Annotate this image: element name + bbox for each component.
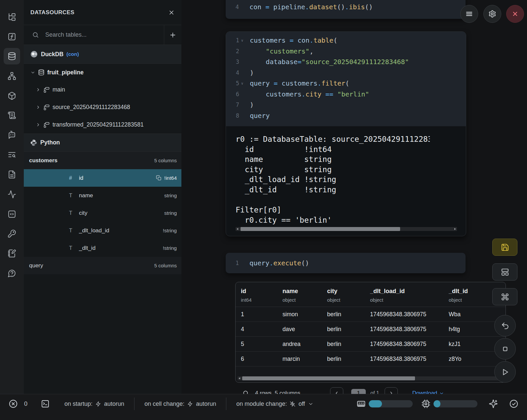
search-tables-input[interactable] <box>45 31 164 39</box>
scroll-right-icon[interactable] <box>454 228 456 230</box>
memory-usage[interactable] <box>357 399 413 408</box>
column-header[interactable]: id <box>241 288 282 295</box>
file-text-icon[interactable] <box>4 166 20 183</box>
table-item-query[interactable]: query 5 columns <box>24 257 181 274</box>
column-row-dlt-id[interactable]: T _dlt_id !string <box>24 239 181 257</box>
notebook-menu-button[interactable] <box>460 5 478 23</box>
run-button[interactable] <box>494 361 516 383</box>
tree-item-label: transformed_202504291112283581 <box>53 121 144 128</box>
network-icon[interactable] <box>4 68 20 84</box>
column-header[interactable]: _dlt_load_id <box>370 288 449 295</box>
close-icon <box>511 10 519 18</box>
bot-chat-icon[interactable] <box>4 127 20 143</box>
cpu-usage[interactable] <box>421 399 477 408</box>
keyboard-shortcuts-button[interactable] <box>492 288 517 305</box>
text-type-icon: T <box>69 193 76 199</box>
code-cell-3[interactable]: 1query.execute() <box>226 253 466 273</box>
table-row[interactable]: 4daveberlin1745968348.3806975h4tg <box>236 322 506 337</box>
divider <box>134 398 134 410</box>
table-meta: 5 columns <box>154 158 177 163</box>
box-icon[interactable] <box>4 88 20 104</box>
add-datasource-button[interactable] <box>164 25 181 45</box>
column-header[interactable]: name <box>282 288 327 295</box>
circle-x-icon <box>9 399 18 408</box>
copy-icon[interactable] <box>156 175 162 181</box>
cpu-meter <box>433 400 477 407</box>
help-circle-icon[interactable] <box>4 265 20 282</box>
database-icon[interactable] <box>4 48 20 64</box>
column-row-id[interactable]: # id !int64 <box>24 169 181 187</box>
code-cell-1[interactable]: pipeline = dlt.attach("fruit_pipeline") … <box>226 0 466 19</box>
number-type-icon: # <box>69 175 76 181</box>
undo-button[interactable] <box>494 315 516 336</box>
column-name: name <box>79 192 93 199</box>
function-square-icon[interactable] <box>4 28 20 45</box>
close-panel-icon[interactable] <box>168 9 175 16</box>
download-link[interactable]: Download <box>412 390 444 394</box>
on-startup-setting[interactable]: on startup: autorun <box>64 401 124 407</box>
panel-title: DATASOURCES <box>30 9 74 16</box>
column-row-dlt-load-id[interactable]: T _dlt_load_id !string <box>24 222 181 239</box>
datasources-panel: DATASOURCES DuckDB (con) fruit_pipeline … <box>24 0 182 394</box>
connection-status-icon[interactable] <box>509 399 518 408</box>
key-icon[interactable] <box>4 225 20 242</box>
database-icon <box>38 69 45 76</box>
table-row[interactable]: 6marcinberlin1745968348.3806975z8Yo <box>236 352 506 366</box>
table-meta: 5 columns <box>154 263 177 268</box>
layout-button[interactable] <box>492 263 517 281</box>
column-row-name[interactable]: T name string <box>24 187 181 204</box>
memory-stick-icon <box>357 399 366 408</box>
zap-icon <box>95 401 101 407</box>
notebook-pen-icon[interactable] <box>4 245 20 262</box>
page-number[interactable]: 1 <box>351 389 366 394</box>
horizontal-scrollbar[interactable] <box>236 227 457 231</box>
zap-off-icon <box>290 401 295 407</box>
scrollbar-thumb[interactable] <box>241 227 400 231</box>
scroll-left-icon[interactable] <box>239 377 240 379</box>
notebook-area: pipeline = dlt.attach("fruit_pipeline") … <box>181 0 527 394</box>
terminal-button[interactable] <box>41 399 50 408</box>
column-header[interactable]: city <box>327 288 370 295</box>
table-row[interactable]: 1simonberlin1745968348.3806975Wba <box>236 307 506 322</box>
undo-icon <box>501 322 509 330</box>
stop-button[interactable] <box>494 338 516 360</box>
on-module-change-setting[interactable]: on module change: off <box>236 401 314 407</box>
cpu-icon <box>421 399 431 408</box>
text-type-icon: T <box>69 245 76 251</box>
tree-item-schema-source[interactable]: source_202504291112283468 <box>24 98 181 116</box>
text-search-icon[interactable] <box>4 146 20 163</box>
table-name: query <box>29 262 43 269</box>
save-button[interactable] <box>492 239 517 256</box>
chevron-down-icon <box>308 401 314 407</box>
prev-page-button[interactable] <box>330 387 343 394</box>
python-section[interactable]: Python <box>24 134 181 152</box>
search-icon <box>32 31 39 38</box>
code-editor[interactable]: 1∨customers = con.table( 2∨ "customers",… <box>226 32 466 126</box>
column-type: string <box>164 193 177 199</box>
ai-assistant-button[interactable] <box>489 399 498 408</box>
activity-icon[interactable] <box>4 186 20 203</box>
scrollbar-thumb[interactable] <box>242 376 415 380</box>
row-count-label: 4 rows, 5 columns <box>255 390 300 394</box>
settings-button[interactable] <box>483 5 501 23</box>
code-square-icon[interactable] <box>4 206 20 222</box>
tree-item-schema-transformed[interactable]: transformed_202504291112283581 <box>24 116 181 134</box>
scroll-left-icon[interactable] <box>237 228 238 230</box>
shutdown-button[interactable] <box>506 5 524 23</box>
error-count: 0 <box>24 401 27 407</box>
scroll-text-icon[interactable] <box>4 107 20 124</box>
tree-item-schema-main[interactable]: main <box>24 81 181 98</box>
search-icon[interactable] <box>243 390 249 394</box>
column-row-city[interactable]: T city string <box>24 204 181 222</box>
python-logo-icon <box>30 139 37 146</box>
table-item-customers[interactable]: customers 5 columns <box>24 152 181 169</box>
file-tree-icon[interactable] <box>4 9 20 25</box>
horizontal-scrollbar[interactable] <box>238 376 504 380</box>
next-page-button[interactable] <box>385 387 398 394</box>
error-counter[interactable]: 0 <box>9 399 27 408</box>
code-cell-2[interactable]: 1∨customers = con.table( 2∨ "customers",… <box>226 31 466 236</box>
table-row[interactable]: 5andreaberlin1745968348.3806975kzJ1 <box>236 337 506 352</box>
tree-item-database[interactable]: fruit_pipeline <box>24 64 181 81</box>
connection-duckdb[interactable]: DuckDB (con) <box>24 45 181 64</box>
on-cell-change-setting[interactable]: on cell change: autorun <box>144 401 216 407</box>
